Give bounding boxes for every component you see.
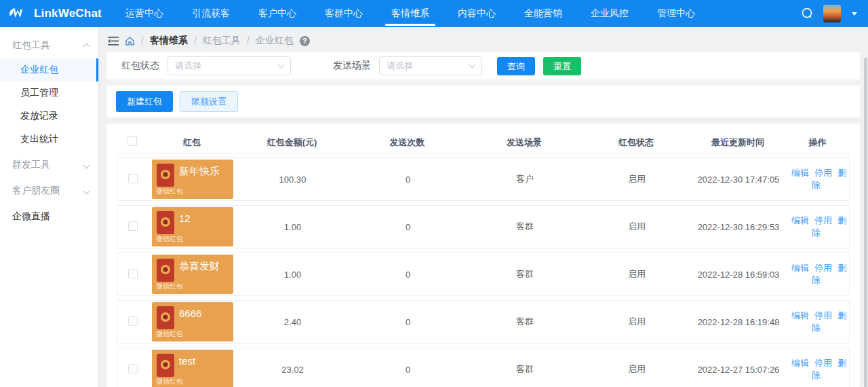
- breadcrumb-level1[interactable]: 客情维系: [150, 35, 188, 47]
- cell-scene: 客群: [467, 268, 583, 280]
- table-row: 6666 微信红包 2.40 0 客群 启用 2022-12-28 16:19:…: [117, 300, 850, 344]
- header-scene: 发送场景: [467, 136, 582, 149]
- vertical-scrollbar[interactable]: [864, 58, 867, 387]
- sidebar-group-customer-moments[interactable]: 客户朋友圈: [0, 178, 98, 204]
- chevron-down-icon: [278, 62, 285, 69]
- cell-updated: 2022-12-30 17:47:05: [691, 174, 786, 185]
- breadcrumb: / 客情维系 / 红包工具 / 企业红包 ?: [98, 27, 868, 52]
- packet-title: 6666: [179, 308, 201, 319]
- chevron-down-icon: [83, 187, 90, 194]
- packet-type-label: 微信红包: [156, 282, 183, 291]
- table-row: 新年快乐 微信红包 100.30 0 客户 启用 2022-12-30 17:4…: [117, 158, 850, 201]
- cell-status: 启用: [583, 221, 691, 233]
- reset-button[interactable]: 重置: [543, 57, 581, 75]
- limit-settings-button[interactable]: 限额设置: [180, 91, 238, 112]
- sidebar-item-send-records[interactable]: 发放记录: [0, 105, 98, 128]
- sidebar-group-label: 红包工具: [12, 39, 50, 52]
- edit-link[interactable]: 编辑: [791, 168, 809, 178]
- brand-name: LinkWeChat: [34, 7, 102, 20]
- home-icon[interactable]: [125, 36, 135, 46]
- query-button[interactable]: 查询: [497, 57, 535, 75]
- table-header: 红包 红包金额(元) 发送次数 发送场景 红包状态 最近更新时间 操作: [117, 132, 850, 153]
- cell-updated: 2022-12-28 16:19:48: [691, 317, 786, 327]
- row-checkbox[interactable]: [128, 174, 138, 183]
- row-checkbox[interactable]: [128, 269, 138, 278]
- edit-link[interactable]: 编辑: [791, 310, 809, 320]
- red-envelope-icon: [157, 211, 174, 234]
- packet-title: 新年快乐: [179, 165, 220, 178]
- edit-link[interactable]: 编辑: [791, 215, 809, 225]
- stop-link[interactable]: 停用: [814, 168, 832, 178]
- sidebar-item-label: 企微直播: [12, 210, 50, 223]
- scene-select-placeholder: 请选择: [387, 60, 413, 72]
- sidebar-item-label: 发放记录: [20, 110, 58, 122]
- help-icon[interactable]: ?: [300, 36, 310, 46]
- nav-operation-center[interactable]: 运营中心: [111, 0, 178, 27]
- cell-amount: 1.00: [237, 222, 349, 232]
- brand[interactable]: LinkWeChat: [0, 0, 111, 27]
- row-checkbox[interactable]: [128, 221, 138, 231]
- sidebar-item-expense-stats[interactable]: 支出统计: [0, 128, 98, 151]
- edit-link[interactable]: 编辑: [791, 358, 809, 368]
- cell-count: 0: [349, 222, 467, 232]
- sidebar-item-wecom-live[interactable]: 企微直播: [0, 204, 98, 229]
- cell-scene: 客群: [467, 221, 583, 233]
- user-avatar[interactable]: [823, 5, 841, 22]
- main-nav: 运营中心 引流获客 客户中心 客群中心 客情维系 内容中心 全能营销 企业风控 …: [111, 0, 709, 27]
- red-envelope-icon: [157, 306, 174, 329]
- stop-link[interactable]: 停用: [814, 310, 832, 320]
- row-checkbox[interactable]: [128, 316, 138, 326]
- sidebar-item-staff-management[interactable]: 员工管理: [0, 81, 98, 105]
- create-redpacket-button[interactable]: 新建红包: [116, 91, 173, 112]
- table-row: 12 微信红包 1.00 0 客群 启用 2022-12-30 16:29:53…: [117, 205, 850, 248]
- red-packet-card: 恭喜发财 微信红包: [152, 255, 233, 294]
- breadcrumb-separator: /: [194, 35, 197, 46]
- red-packet-card: test 微信红包: [152, 350, 233, 387]
- header-status: 红包状态: [582, 136, 690, 149]
- edit-link[interactable]: 编辑: [791, 263, 809, 273]
- packet-title: 恭喜发财: [179, 260, 220, 273]
- red-packet-card: 6666 微信红包: [152, 302, 233, 342]
- cell-status: 启用: [583, 173, 691, 185]
- cell-amount: 23.02: [237, 365, 349, 375]
- nav-content-center[interactable]: 内容中心: [443, 0, 510, 27]
- table-row: 恭喜发财 微信红包 1.00 0 客群 启用 2022-12-28 16:59:…: [117, 253, 850, 296]
- scene-select[interactable]: 请选择: [379, 56, 482, 75]
- stop-link[interactable]: 停用: [814, 263, 832, 273]
- stop-link[interactable]: 停用: [814, 358, 832, 368]
- header-count: 发送次数: [348, 136, 467, 149]
- status-filter-label: 红包状态: [121, 60, 159, 72]
- row-checkbox[interactable]: [128, 364, 138, 373]
- status-select[interactable]: 请选择: [167, 56, 291, 75]
- cell-count: 0: [349, 270, 467, 280]
- stop-link[interactable]: 停用: [814, 215, 832, 225]
- nav-admin-center[interactable]: 管理中心: [643, 0, 709, 27]
- sidebar-group-redpacket-tools[interactable]: 红包工具: [0, 33, 98, 58]
- nav-customer-center[interactable]: 客户中心: [244, 0, 311, 27]
- select-all-checkbox[interactable]: [127, 136, 137, 146]
- sidebar-fold-icon[interactable]: [108, 37, 119, 45]
- avatar-caret-down-icon[interactable]: [852, 12, 857, 16]
- cell-scene: 客户: [467, 173, 583, 185]
- breadcrumb-level2[interactable]: 红包工具: [203, 35, 241, 47]
- red-envelope-icon: [157, 354, 174, 377]
- sidebar-item-enterprise-redpacket[interactable]: 企业红包: [0, 58, 98, 81]
- toolbar: 新建红包 限额设置: [106, 86, 860, 117]
- nav-customer-care[interactable]: 客情维系: [377, 0, 443, 27]
- cell-amount: 1.00: [237, 270, 349, 280]
- cell-scene: 客群: [467, 316, 583, 328]
- nav-omni-marketing[interactable]: 全能营销: [510, 0, 576, 27]
- message-icon[interactable]: [800, 7, 814, 20]
- breadcrumb-level3[interactable]: 企业红包: [256, 35, 294, 47]
- filter-panel: 红包状态 请选择 发送场景 请选择 查询 重置: [106, 52, 860, 79]
- cell-updated: 2022-12-30 16:29:53: [691, 222, 786, 232]
- nav-group-center[interactable]: 客群中心: [311, 0, 377, 27]
- linkwechat-logo-icon: [8, 6, 28, 21]
- sidebar-group-mass-send-tools[interactable]: 群发工具: [0, 152, 98, 178]
- nav-lead-acquisition[interactable]: 引流获客: [178, 0, 244, 27]
- nav-enterprise-risk[interactable]: 企业风控: [576, 0, 643, 27]
- sidebar: 红包工具 企业红包 员工管理 发放记录 支出统计 群发工具 客户朋友圈 企微直播: [0, 27, 98, 387]
- cell-status: 启用: [583, 316, 691, 328]
- redpacket-table: 红包 红包金额(元) 发送次数 发送场景 红包状态 最近更新时间 操作 新年快乐…: [106, 124, 860, 387]
- table-row: test 微信红包 23.02 0 客群 启用 2022-12-27 15:07…: [117, 348, 850, 387]
